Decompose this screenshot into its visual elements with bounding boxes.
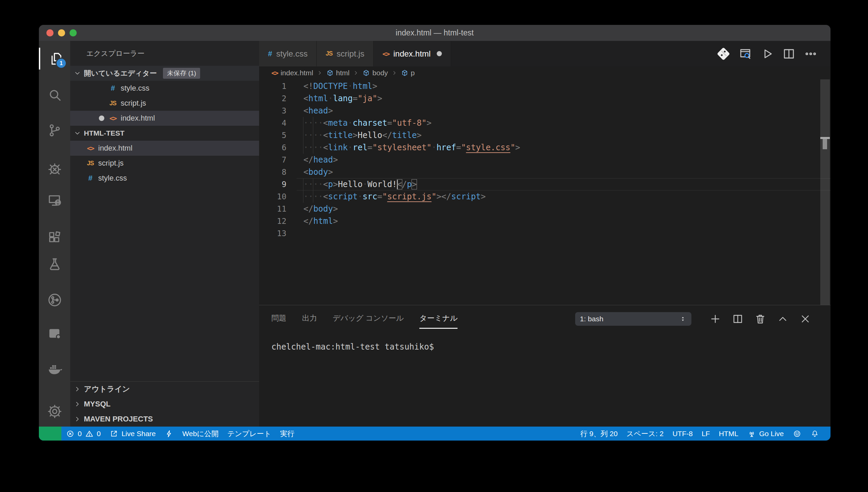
activity-item-remote-explorer[interactable]: [39, 189, 70, 211]
activity-item-source-control[interactable]: [39, 119, 70, 141]
js-file-icon: JS: [108, 100, 118, 107]
chevron-right-icon: [74, 415, 84, 423]
status-bell[interactable]: [806, 427, 824, 441]
maximize-panel-button[interactable]: [775, 311, 790, 326]
more-actions-button[interactable]: [803, 46, 819, 62]
status-HTML[interactable]: HTML: [714, 427, 743, 441]
chevron-right-icon: [74, 385, 84, 393]
unsaved-badge: 未保存 (1): [163, 68, 200, 79]
sidebar-bottom-sections: アウトラインMYSQLMAVEN PROJECTS: [70, 381, 259, 427]
scrollbar-decoration: [820, 137, 830, 151]
chevron-right-icon: [317, 70, 323, 76]
html-file-icon: <>: [108, 114, 118, 122]
tree-item-index.html[interactable]: <>index.html: [70, 141, 259, 156]
panel-controls: 1: bash: [575, 311, 830, 326]
status-smiley[interactable]: [788, 427, 806, 441]
problems-status[interactable]: 00: [61, 427, 105, 441]
open-editor-script.js[interactable]: JSscript.js: [70, 96, 259, 111]
status-テンプレート[interactable]: テンプレート: [223, 427, 275, 441]
breadcrumb-item-html[interactable]: html: [326, 69, 350, 77]
terminal[interactable]: chelchel-mac:html-test tatsuhiko$: [271, 342, 824, 423]
panel-tab-問題[interactable]: 問題: [271, 313, 286, 325]
status-Webに公開[interactable]: Webに公開: [178, 427, 223, 441]
status-bolt[interactable]: [160, 427, 178, 441]
sidebar-section-アウトライン[interactable]: アウトライン: [70, 382, 259, 397]
status-スペース: 2[interactable]: スペース: 2: [622, 427, 668, 441]
close-panel-icon: [799, 313, 811, 325]
code-line-6: 6····<link·rel="stylesheet"·href="style.…: [259, 141, 830, 154]
sidebar-section-MAVEN PROJECTS[interactable]: MAVEN PROJECTS: [70, 412, 259, 427]
open-editors-header[interactable]: 開いているエディター未保存 (1): [70, 66, 259, 81]
code-editor[interactable]: 1<!DOCTYPE·html>2<html·lang="ja">3<head>…: [259, 79, 830, 306]
open-preview-icon: [738, 47, 752, 61]
bell-icon: [810, 429, 819, 438]
status-Live Share[interactable]: Live Share: [105, 427, 160, 441]
activity-item-explorer[interactable]: 1: [39, 48, 72, 70]
new-terminal-button[interactable]: [708, 311, 723, 326]
git-button[interactable]: [715, 46, 732, 62]
panel-tab-出力[interactable]: 出力: [302, 313, 317, 325]
live-share-icon: [109, 429, 118, 438]
open-editor-index.html[interactable]: <>index.html: [70, 111, 259, 126]
html-file-icon: <>: [85, 144, 95, 152]
run-icon: [760, 47, 774, 61]
source-control-icon: [47, 122, 63, 138]
warnings-icon: [85, 429, 94, 438]
folder-header[interactable]: HTML-TEST: [70, 126, 259, 141]
chevron-right-icon: [74, 400, 84, 408]
status-実行[interactable]: 実行: [276, 427, 299, 441]
split-terminal-icon: [732, 313, 744, 325]
status-Go Live[interactable]: Go Live: [743, 427, 788, 441]
status-right: 行 9、列 20スペース: 2UTF-8LFHTMLGo Live: [576, 427, 830, 441]
panel-tab-ターミナル[interactable]: ターミナル: [419, 313, 458, 325]
status-UTF-8[interactable]: UTF-8: [668, 427, 697, 441]
settings-icon: [47, 403, 63, 419]
activity-badge: 1: [56, 58, 67, 69]
breadcrumb-item-p[interactable]: p: [401, 69, 415, 77]
chevron-right-icon: [353, 70, 359, 76]
open-editor-style.css[interactable]: #style.css: [70, 81, 259, 96]
close-panel-button[interactable]: [798, 311, 813, 326]
js-file-icon: JS: [85, 160, 95, 167]
breadcrumb-item-body[interactable]: body: [362, 69, 388, 77]
tree-item-script.js[interactable]: JSscript.js: [70, 156, 259, 171]
terminal-prompt: chelchel-mac:html-test tatsuhiko$: [271, 342, 434, 352]
activity-item-debug[interactable]: [39, 157, 70, 179]
status-LF[interactable]: LF: [697, 427, 715, 441]
activity-item-live-share-circle[interactable]: [39, 289, 70, 311]
activity-item-search[interactable]: [39, 84, 70, 106]
status-行 9、列 20[interactable]: 行 9、列 20: [576, 427, 622, 441]
remote-indicator[interactable]: [39, 427, 61, 441]
activity-item-docker[interactable]: [39, 358, 70, 380]
tab-style.css[interactable]: #style.css: [259, 41, 317, 66]
bottom-panel: 問題出力デバッグ コンソールターミナル1: bash chelchel-mac:…: [259, 305, 830, 427]
docker-icon: [47, 361, 63, 377]
kill-terminal-button[interactable]: [753, 311, 768, 326]
new-terminal-icon: [709, 313, 721, 325]
sidebar-section-MYSQL[interactable]: MYSQL: [70, 397, 259, 412]
split-editor-button[interactable]: [781, 46, 797, 62]
live-share-circle-icon: [47, 292, 63, 308]
breadcrumb-item-index.html[interactable]: <>index.html: [271, 69, 313, 77]
editor-scrollbar[interactable]: [820, 79, 830, 305]
panel-tab-デバッグ コンソール[interactable]: デバッグ コンソール: [333, 313, 404, 325]
explorer-tree: 開いているエディター未保存 (1)#style.cssJSscript.js<>…: [70, 66, 259, 186]
open-preview-button[interactable]: [737, 46, 753, 62]
split-terminal-button[interactable]: [730, 311, 745, 326]
tree-item-style.css[interactable]: #style.css: [70, 171, 259, 186]
activity-item-publish[interactable]: [39, 323, 70, 344]
css-file-icon: #: [85, 174, 95, 183]
editor-tab-bar: #style.cssJSscript.js<>index.html: [259, 41, 830, 66]
code-line-9: 9····<p>Hello·World!</p>: [259, 178, 830, 190]
tab-script.js[interactable]: JSscript.js: [317, 41, 373, 66]
js-file-icon: JS: [326, 50, 332, 57]
tab-index.html[interactable]: <>index.html: [374, 41, 451, 66]
css-file-icon: #: [108, 84, 118, 93]
activity-item-settings[interactable]: [39, 400, 70, 422]
code-line-1: 1<!DOCTYPE·html>: [259, 80, 830, 92]
run-button[interactable]: [759, 46, 775, 62]
activity-item-extensions[interactable]: [39, 226, 70, 248]
terminal-select[interactable]: 1: bash: [575, 312, 691, 326]
activity-item-test-beaker[interactable]: [39, 253, 70, 275]
code-line-10: 10····<script·src="script.js"></script>: [259, 190, 830, 203]
